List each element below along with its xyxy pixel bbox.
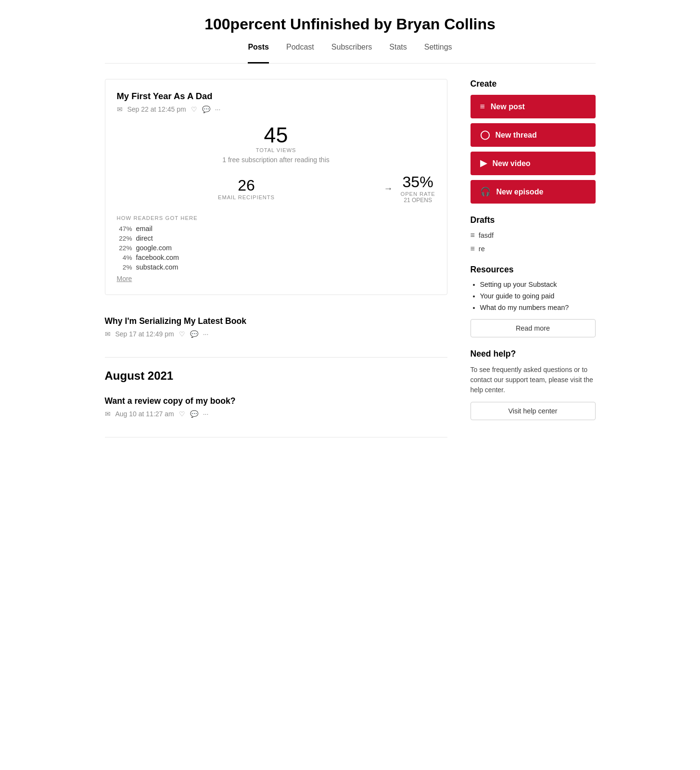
- ref-pct-2: 22%: [117, 244, 132, 252]
- post-date-aug: Aug 10 at 11:27 am: [115, 410, 174, 418]
- resources-section-title: Resources: [471, 265, 596, 275]
- nav-posts[interactable]: Posts: [248, 43, 269, 57]
- create-section-title: Create: [471, 79, 596, 89]
- post-title-second[interactable]: Why I'm Serializing My Latest Book: [105, 316, 447, 326]
- ref-pct-1: 22%: [117, 235, 132, 242]
- ref-src-3: facebook.com: [136, 254, 179, 261]
- like-icon-3[interactable]: ♡: [179, 410, 185, 418]
- post-title-aug[interactable]: Want a review copy of my book?: [105, 396, 447, 406]
- ref-src-1: direct: [136, 234, 153, 242]
- new-episode-icon: 🎧: [480, 187, 491, 197]
- more-icon-2[interactable]: ···: [203, 330, 209, 338]
- help-section: Need help? To see frequently asked quest…: [471, 349, 596, 420]
- new-thread-icon: ◯: [480, 130, 490, 140]
- open-rate-block: 35% OPEN RATE 21 OPENS: [401, 173, 435, 204]
- comment-icon-3[interactable]: 💬: [190, 410, 198, 418]
- post-actions: ♡ 💬 ···: [191, 105, 221, 113]
- draft-label-1: re: [479, 245, 485, 253]
- new-post-label: New post: [491, 103, 525, 111]
- ref-row-0: 47% email: [117, 225, 435, 232]
- opens-count: 21 OPENS: [401, 197, 435, 204]
- ref-pct-4: 2%: [117, 264, 132, 271]
- new-video-button[interactable]: ▶ New video: [471, 152, 596, 175]
- ref-row-2: 22% google.com: [117, 244, 435, 252]
- main-nav: Posts Podcast Subscribers Stats Settings: [105, 43, 596, 64]
- draft-item-0[interactable]: ≡ fasdf: [471, 231, 596, 240]
- post-actions-3: ♡ 💬 ···: [179, 410, 209, 418]
- nav-stats[interactable]: Stats: [389, 43, 407, 57]
- email-icon-2: ✉: [105, 330, 111, 338]
- nav-settings[interactable]: Settings: [424, 43, 452, 57]
- post-card-first: My First Year As A Dad ✉ Sep 22 at 12:45…: [105, 79, 447, 295]
- post-meta-aug: ✉ Aug 10 at 11:27 am ♡ 💬 ···: [105, 410, 447, 418]
- ref-row-3: 4% facebook.com: [117, 254, 435, 261]
- drafts-section: Drafts ≡ fasdf ≡ re: [471, 215, 596, 253]
- post-title-first: My First Year As A Dad: [117, 91, 435, 102]
- resource-item-2[interactable]: What do my numbers mean?: [480, 304, 596, 311]
- new-post-icon: ≡: [480, 102, 485, 112]
- draft-icon-1: ≡: [471, 244, 475, 253]
- resource-list: Setting up your Substack Your guide to g…: [471, 281, 596, 311]
- new-thread-button[interactable]: ◯ New thread: [471, 123, 596, 147]
- draft-item-1[interactable]: ≡ re: [471, 244, 596, 253]
- site-title: 100percent Unfinished by Bryan Collins: [105, 0, 596, 43]
- posts-column: My First Year As A Dad ✉ Sep 22 at 12:45…: [105, 79, 447, 437]
- referrers-section: HOW READERS GOT HERE 47% email 22% direc…: [117, 215, 435, 283]
- main-layout: My First Year As A Dad ✉ Sep 22 at 12:45…: [105, 79, 596, 437]
- post-date-second: Sep 17 at 12:49 pm: [115, 330, 174, 338]
- like-icon[interactable]: ♡: [191, 105, 197, 113]
- new-thread-label: New thread: [496, 131, 537, 140]
- new-post-button[interactable]: ≡ New post: [471, 95, 596, 118]
- help-text: To see frequently asked questions or to …: [471, 365, 596, 395]
- ref-src-0: email: [136, 225, 153, 232]
- ref-pct-0: 47%: [117, 225, 132, 232]
- more-link[interactable]: More: [117, 275, 132, 282]
- post-actions-2: ♡ 💬 ···: [179, 330, 209, 338]
- post-meta-first: ✉ Sep 22 at 12:45 pm ♡ 💬 ···: [117, 105, 435, 113]
- nav-subscribers[interactable]: Subscribers: [331, 43, 372, 57]
- read-more-button[interactable]: Read more: [471, 319, 596, 337]
- post-date-first: Sep 22 at 12:45 pm: [127, 105, 186, 113]
- post-row-aug: Want a review copy of my book? ✉ Aug 10 …: [105, 386, 447, 437]
- draft-label-0: fasdf: [479, 231, 494, 239]
- post-meta-second: ✉ Sep 17 at 12:49 pm ♡ 💬 ···: [105, 330, 447, 338]
- email-recipients-block: 26 EMAIL RECIPIENTS: [117, 177, 376, 200]
- resource-item-0[interactable]: Setting up your Substack: [480, 281, 596, 288]
- visit-help-button[interactable]: Visit help center: [471, 402, 596, 420]
- section-heading-aug: August 2021: [105, 369, 447, 383]
- arrow-icon: →: [376, 183, 400, 194]
- post-row-second: Why I'm Serializing My Latest Book ✉ Sep…: [105, 307, 447, 358]
- free-sub-text: 1 free subscription after reading this: [117, 156, 435, 164]
- help-title: Need help?: [471, 349, 596, 359]
- resources-section: Resources Setting up your Substack Your …: [471, 265, 596, 337]
- sidebar: Create ≡ New post ◯ New thread ▶ New vid…: [471, 79, 596, 420]
- email-recipients-label: EMAIL RECIPIENTS: [117, 194, 376, 200]
- total-views-number: 45: [117, 123, 435, 147]
- nav-podcast[interactable]: Podcast: [286, 43, 314, 57]
- comment-icon-2[interactable]: 💬: [190, 330, 198, 338]
- like-icon-2[interactable]: ♡: [179, 330, 185, 338]
- email-icon: ✉: [117, 105, 123, 113]
- ref-src-2: google.com: [136, 244, 172, 252]
- resource-item-1[interactable]: Your guide to going paid: [480, 292, 596, 300]
- total-views-block: 45 TOTAL VIEWS 1 free subscription after…: [117, 123, 435, 164]
- email-recipients-number: 26: [117, 177, 376, 194]
- new-episode-button[interactable]: 🎧 New episode: [471, 180, 596, 204]
- ref-pct-3: 4%: [117, 254, 132, 261]
- new-episode-label: New episode: [496, 188, 544, 196]
- ref-row-1: 22% direct: [117, 234, 435, 242]
- referrers-heading: HOW READERS GOT HERE: [117, 215, 435, 221]
- new-video-icon: ▶: [480, 158, 487, 168]
- open-rate-number: 35%: [401, 173, 435, 191]
- email-icon-3: ✉: [105, 410, 111, 418]
- ref-src-4: substack.com: [136, 263, 178, 271]
- total-views-label: TOTAL VIEWS: [117, 147, 435, 153]
- open-rate-label: OPEN RATE: [401, 191, 435, 197]
- ref-row-4: 2% substack.com: [117, 263, 435, 271]
- email-stats-row: 26 EMAIL RECIPIENTS → 35% OPEN RATE 21 O…: [117, 173, 435, 204]
- draft-icon-0: ≡: [471, 231, 475, 240]
- more-icon-3[interactable]: ···: [203, 410, 209, 418]
- comment-icon[interactable]: 💬: [202, 105, 210, 113]
- drafts-section-title: Drafts: [471, 215, 596, 225]
- more-icon[interactable]: ···: [215, 105, 221, 113]
